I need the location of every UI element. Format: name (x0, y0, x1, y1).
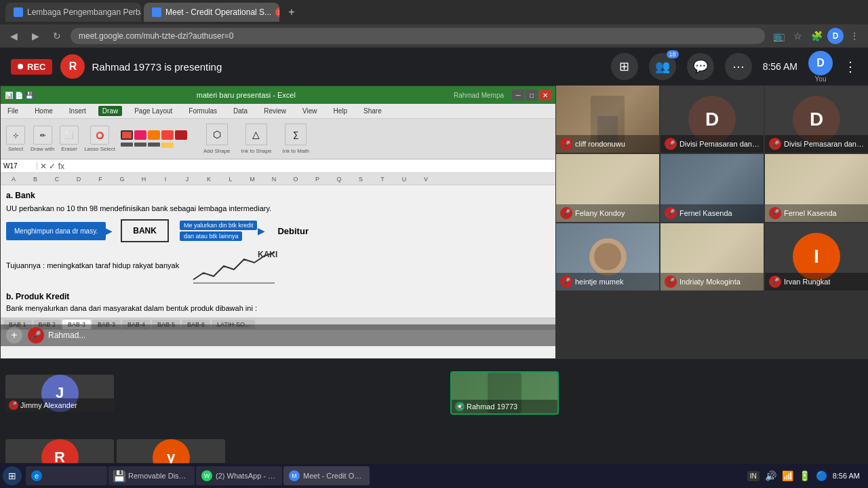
address-bar[interactable]: meet.google.com/muh-tzte-dzi?authuser=0 (71, 28, 765, 44)
tile-heintje: 🎤 heintje mumek (556, 223, 659, 290)
back-button[interactable]: ◀ (5, 28, 22, 44)
col-r: S (351, 176, 371, 183)
pen-color-orange[interactable] (148, 130, 160, 140)
browser-menu-icon[interactable]: ⋮ (846, 28, 863, 44)
excel-close[interactable]: ✕ (539, 90, 551, 100)
ribbon-review[interactable]: Review (260, 106, 290, 116)
excel-minimize[interactable]: ─ (512, 90, 524, 100)
cast-icon[interactable]: 📺 (770, 28, 787, 44)
inkshape-label: Ink to Shape (241, 148, 272, 154)
bank-diagram: Menghimpun dana dr masy. ▶ BANK Me yalur… (6, 219, 550, 242)
tab-meet[interactable]: Meet - Credit Operational S... ✕ (144, 3, 279, 22)
ribbon-draw[interactable]: Draw (98, 106, 122, 116)
select-label: Select (8, 146, 23, 152)
excel-window: 📊 📄 💾 materi baru presentasi - Excel Rah… (1, 86, 555, 358)
fernel2-name: Fernel Kasenda (784, 209, 837, 217)
eraser-tool[interactable]: ⬜ (60, 126, 79, 145)
overflow-menu-button[interactable]: ⋮ (844, 58, 857, 75)
add-to-call-button[interactable]: + (6, 327, 22, 343)
add-shape-btn[interactable]: ⬡ (206, 124, 228, 145)
ribbon-view[interactable]: View (298, 106, 321, 116)
diagram-collect-label: Menghimpun dana dr masy. (14, 227, 98, 235)
start-button[interactable]: ⊞ (3, 466, 22, 485)
divisi2-mute-icon: 🎤 (769, 138, 781, 150)
pen-size-1[interactable] (121, 143, 133, 147)
browser-user-avatar[interactable]: D (827, 28, 844, 44)
lasso-tool[interactable]: ⭕ (90, 126, 109, 145)
chat-button[interactable]: 💬 (687, 53, 714, 80)
tile-fernel1: 🎤 Fernel Kasenda (660, 154, 764, 221)
tile-indriaty: 🎤 Indriaty Mokoginta (660, 223, 764, 290)
pen-size-2[interactable] (134, 143, 146, 147)
pen-color-red[interactable] (121, 130, 133, 140)
arrow-right-2: ▶ (258, 225, 265, 236)
cliff-mute-icon: 🎤 (560, 138, 572, 150)
user-avatar: D (808, 51, 833, 75)
excel-ribbon: File Home Insert Draw Page Layout Formul… (1, 104, 555, 119)
tab-close-2[interactable]: ✕ (275, 7, 279, 17)
col-k: K (199, 176, 219, 183)
user-menu[interactable]: D You (808, 51, 833, 83)
tab-lembaga[interactable]: Lembaga Pengembangan Perba... ✕ (5, 3, 141, 22)
participants-button[interactable]: 👥 18 (649, 53, 676, 80)
ribbon-share[interactable]: Share (359, 106, 386, 116)
draw-tool[interactable]: ✏ (33, 126, 52, 145)
extensions-icon[interactable]: 🧩 (808, 28, 825, 44)
ribbon-home[interactable]: Home (31, 106, 57, 116)
grid-view-button[interactable]: ⊞ (611, 53, 638, 80)
col-t: U (394, 176, 414, 183)
presenter-name: Rahmad 19773 is presenting (92, 61, 222, 73)
diagram-arrow-group: Me yalurkan din btk kredit dan atau btk … (180, 221, 258, 241)
jimmy-name-bar: 🎤 Jimmy Alexander (5, 398, 114, 412)
col-m: M (242, 176, 262, 183)
formula-bar-icons: ✕ ✓ fx (40, 162, 64, 171)
new-tab-button[interactable]: + (282, 3, 301, 22)
removable-disk-label: Removable Disk (F:) (128, 472, 189, 480)
presentation-area: 📊 📄 💾 materi baru presentasi - Excel Rah… (0, 86, 556, 359)
fernel1-mute-icon: 🎤 (665, 207, 677, 219)
excel-content-section[interactable]: a. Bank UU perbankan no 10 thn 98 mendef… (1, 185, 555, 318)
meet-taskbar-label: Meet - Credit Operat... (303, 472, 364, 480)
taskbar-meet[interactable]: M Meet - Credit Operat... (283, 466, 370, 485)
ribbon-pagelayout[interactable]: Page Layout (130, 106, 176, 116)
cell-reference[interactable]: W17 (3, 162, 37, 170)
ink-to-math-btn[interactable]: ∑ (285, 124, 307, 145)
excel-titlebar: 📊 📄 💾 materi baru presentasi - Excel Rah… (1, 86, 555, 104)
select-tool[interactable]: ⊹ (6, 126, 25, 145)
pen-highlighter[interactable] (161, 143, 174, 148)
bottom-participants-row: J 🎤 Jimmy Alexander 🎤 jonly camoenie 🎤 M… (0, 359, 868, 427)
more-options-button[interactable]: ⋯ (725, 53, 752, 80)
ribbon-insert[interactable]: Insert (65, 106, 90, 116)
diagram-distribute-label1: Me yalurkan din btk kredit (180, 221, 258, 230)
pen-size-3[interactable] (148, 143, 160, 147)
rec-dot (18, 64, 23, 69)
pen-color-pink[interactable] (134, 130, 146, 140)
taskbar-removable-disk[interactable]: 💾 Removable Disk (F:) (108, 466, 195, 485)
heintje-name-bar: 🎤 heintje mumek (556, 273, 659, 290)
toolbar-inkmath: ∑ Ink to Math (282, 124, 309, 154)
excel-toolbar: ⊹ Select ✏ Draw with ⬜ Eraser ⭕ Lasso Se… (1, 119, 555, 159)
col-g: G (112, 176, 132, 183)
excel-formula-bar: W17 ✕ ✓ fx (1, 159, 555, 173)
pen-color-darkred[interactable] (175, 130, 187, 140)
bookmark-icon[interactable]: ☆ (789, 28, 806, 44)
meet-header: REC R Rahmad 19773 is presenting ⊞ 👥 18 … (0, 48, 868, 86)
ribbon-help[interactable]: Help (329, 106, 351, 116)
tile-felany: 🎤 Felany Kondoy (556, 154, 659, 221)
bluetooth-icon: 🔵 (816, 470, 827, 481)
bank-section-title: a. Bank (6, 191, 550, 200)
excel-maximize[interactable]: □ (526, 90, 538, 100)
ribbon-file[interactable]: File (3, 106, 22, 116)
meet-container: REC R Rahmad 19773 is presenting ⊞ 👥 18 … (0, 48, 868, 488)
excel-col-headers: A B C D F G H I J K L M N O P Q S (1, 173, 555, 185)
forward-button[interactable]: ▶ (27, 28, 43, 44)
refresh-button[interactable]: ↻ (49, 28, 65, 44)
ribbon-formulas[interactable]: Formulas (184, 106, 221, 116)
taskbar-whatsapp[interactable]: W (2) WhatsApp - Goo... (196, 466, 282, 485)
ink-to-shape-btn[interactable]: △ (245, 124, 267, 145)
ribbon-data[interactable]: Data (229, 106, 252, 116)
main-content: 📊 📄 💾 materi baru presentasi - Excel Rah… (0, 86, 868, 359)
taskbar-ie-icon[interactable]: e (26, 466, 107, 485)
pen-color-red2[interactable] (161, 130, 174, 140)
addshape-label: Add Shape (203, 148, 231, 154)
